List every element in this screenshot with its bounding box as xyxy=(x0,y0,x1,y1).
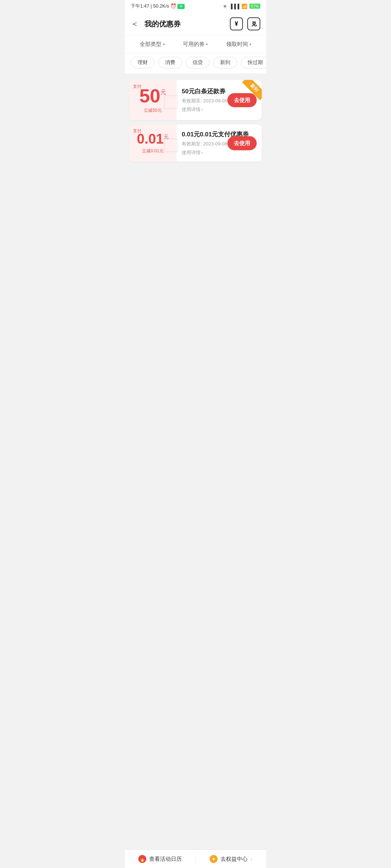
wifi-icon: 📶 xyxy=(241,4,247,9)
filter-available[interactable]: 可用的券 ▾ xyxy=(183,41,208,48)
coupon-detail-2[interactable]: 使用详情 › xyxy=(182,149,257,156)
filter-type-arrow: ▾ xyxy=(163,42,165,46)
header: ＜ 我的优惠券 ¥ 兑 xyxy=(125,12,266,36)
coupon-list: 新到 支付 50元 立减50元 ◻ 50元白条还款券 有效期至: 2023-09… xyxy=(125,76,266,166)
coupon-desc-2: 立减0.01元 xyxy=(142,148,163,154)
bluetooth-icon: ✳ xyxy=(223,4,227,9)
filter-time[interactable]: 领取时间 ▾ xyxy=(226,41,251,48)
status-time-network: 下午1:47 | 50.2K/s ⏰ ✉ xyxy=(131,3,185,9)
page-title: 我的优惠券 xyxy=(144,19,230,29)
coupon-left-1: 支付 50元 立减50元 ◻ xyxy=(129,80,176,120)
coupon-left-2: 支付 0.01元 立减0.01元 ◻ xyxy=(129,124,176,162)
filter-type[interactable]: 全部类型 ▾ xyxy=(140,41,165,48)
new-badge-label: 新到 xyxy=(242,80,262,100)
tab-kuaiguoqi[interactable]: 快过期 xyxy=(241,57,266,68)
tab-xindai[interactable]: 信贷 xyxy=(186,57,210,68)
coupon-detail-1[interactable]: 使用详情 › xyxy=(182,106,257,113)
back-button[interactable]: ＜ xyxy=(131,18,139,29)
header-icons: ¥ 兑 xyxy=(230,17,260,30)
status-icons: ✳ ▐▐▐ 📶 57% xyxy=(223,4,260,9)
yuan-icon-button[interactable]: ¥ xyxy=(230,17,243,30)
coupon-type-1: 支付 xyxy=(133,84,142,90)
coupon-card-2: 支付 0.01元 立减0.01元 ◻ 0.01元0.01元支付优惠券 有效期至:… xyxy=(129,124,262,162)
use-button-2[interactable]: 去使用 xyxy=(227,136,257,150)
tab-licai[interactable]: 理财 xyxy=(131,57,155,68)
tab-xindao[interactable]: 新到 xyxy=(213,57,237,68)
new-badge: 新到 xyxy=(241,80,262,100)
tab-xiaofei[interactable]: 消费 xyxy=(158,57,182,68)
filter-time-arrow: ▾ xyxy=(249,42,251,46)
coupon-right-2: 0.01元0.01元支付优惠券 有效期至: 2023-09-08 使用详情 › … xyxy=(177,124,262,162)
battery-icon: 57% xyxy=(249,4,260,9)
category-tabs: 理财 消费 信贷 新到 快过期 xyxy=(125,53,266,76)
coupon-card-1: 新到 支付 50元 立减50元 ◻ 50元白条还款券 有效期至: 2023-09… xyxy=(129,80,262,120)
status-bar: 下午1:47 | 50.2K/s ⏰ ✉ ✳ ▐▐▐ 📶 57% xyxy=(125,0,266,12)
coupon-type-2: 支付 xyxy=(133,128,142,134)
filter-available-arrow: ▾ xyxy=(206,42,208,46)
exchange-icon-button[interactable]: 兑 xyxy=(247,17,260,30)
signal-icon: ▐▐▐ xyxy=(229,4,239,9)
coupon-desc-1: 立减50元 xyxy=(144,107,161,114)
filter-bar: 全部类型 ▾ 可用的券 ▾ 领取时间 ▾ xyxy=(125,36,266,53)
